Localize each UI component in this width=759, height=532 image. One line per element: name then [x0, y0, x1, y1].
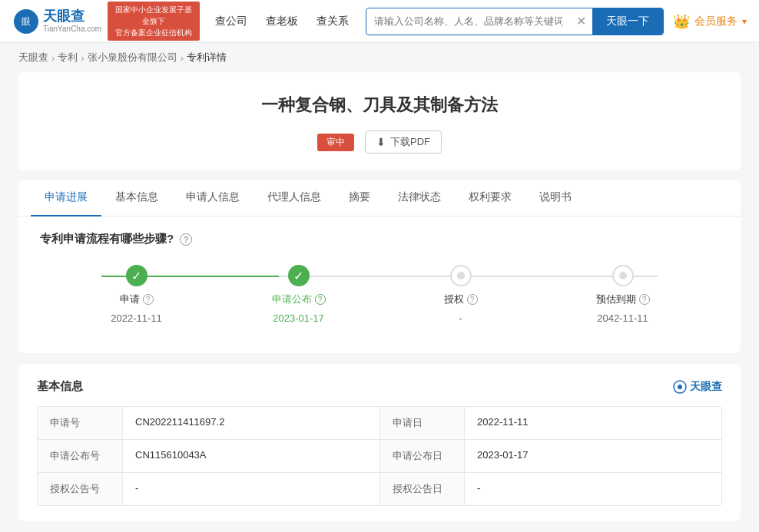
- timeline-step-2: ✓ 申请公布 ? 2023-01-17: [217, 265, 380, 324]
- cell-value-app-date: 2022-11-11: [464, 407, 721, 439]
- timeline-date-4: 2042-11-11: [597, 312, 648, 324]
- patent-actions: 审中 ⬇ 下载PDF: [37, 131, 722, 154]
- cell-label-grant-num: 授权公告号: [38, 473, 122, 505]
- official-badge: 国家中小企业发展子基金旗下 官方备案企业征信机构: [108, 2, 200, 41]
- search-bar: ✕ 天眼一下: [366, 8, 664, 35]
- cell-label-app-num: 申请号: [38, 407, 122, 439]
- info-table: 申请号 CN202211411697.2 申请日 2022-11-11 申请公布…: [37, 406, 722, 506]
- tab-basic-info[interactable]: 基本信息: [101, 180, 172, 216]
- timeline-node-1: ✓: [126, 265, 147, 286]
- member-service[interactable]: 👑 会员服务 ▾: [673, 13, 747, 30]
- svg-text:眼: 眼: [22, 16, 31, 27]
- search-button[interactable]: 天眼一下: [592, 8, 663, 35]
- download-icon: ⬇: [376, 136, 386, 148]
- logo-text: 天眼查 TianYanCha.com: [43, 8, 101, 35]
- timeline: ✓ 申请 ? 2022-11-11 ✓ 申请公布 ?: [40, 265, 719, 332]
- breadcrumb-company[interactable]: 张小泉股份有限公司: [88, 51, 177, 64]
- timeline-step-3: 授权 ? -: [380, 265, 542, 324]
- cell-value-pub-num: CN115610043A: [122, 440, 380, 472]
- patent-title: 一种复合钢、刀具及其制备方法: [37, 94, 722, 117]
- timeline-label-3: 授权 ?: [444, 292, 478, 306]
- help-icon[interactable]: ?: [180, 233, 192, 246]
- logo-area: 眼 天眼查 TianYanCha.com 国家中小企业发展子基金旗下 官方备案企…: [12, 2, 200, 41]
- timeline-date-1: 2022-11-11: [111, 312, 162, 324]
- timeline-node-2: ✓: [288, 265, 310, 286]
- nav-boss[interactable]: 查老板: [266, 15, 298, 28]
- tianyancha-watermark: 天眼查: [673, 380, 722, 394]
- tab-progress[interactable]: 申请进展: [31, 180, 101, 216]
- status-badge: 审中: [317, 134, 354, 151]
- timeline-step-4: 预估到期 ? 2042-11-11: [542, 265, 704, 324]
- breadcrumb-sep-2: ›: [81, 52, 84, 64]
- help-icon-3[interactable]: ?: [467, 294, 478, 305]
- tianyancha-logo-icon: [673, 380, 687, 394]
- timeline-label-4: 预估到期 ?: [596, 292, 650, 306]
- tab-legal-status[interactable]: 法律状态: [384, 180, 455, 216]
- help-icon-4[interactable]: ?: [639, 294, 650, 305]
- table-row: 申请号 CN202211411697.2 申请日 2022-11-11: [38, 407, 721, 440]
- timeline-date-2: 2023-01-17: [273, 312, 324, 324]
- basic-info-title: 基本信息: [37, 379, 83, 394]
- basic-info-header: 基本信息 天眼查: [37, 379, 722, 394]
- cell-label-pub-num: 申请公布号: [38, 440, 122, 472]
- breadcrumb: 天眼查 › 专利 › 张小泉股份有限公司 › 专利详情: [0, 43, 759, 72]
- timeline-node-4: [612, 265, 634, 286]
- table-row: 申请公布号 CN115610043A 申请公布日 2023-01-17: [38, 440, 721, 473]
- member-icon: 👑: [673, 13, 690, 30]
- basic-info-section: 基本信息 天眼查 申请号 CN202211411697.2 申请日 2022-1…: [18, 364, 741, 521]
- tab-description[interactable]: 说明书: [525, 180, 585, 216]
- timeline-node-3: [450, 265, 472, 286]
- timeline-label-2: 申请公布 ?: [272, 292, 326, 306]
- nav-relation[interactable]: 查关系: [317, 15, 349, 28]
- help-icon-1[interactable]: ?: [143, 294, 154, 305]
- cell-label-app-date: 申请日: [380, 407, 464, 439]
- search-input[interactable]: [366, 10, 570, 32]
- chevron-down-icon: ▾: [742, 16, 747, 27]
- tab-abstract[interactable]: 摘要: [335, 180, 384, 216]
- breadcrumb-sep-1: ›: [51, 52, 55, 64]
- patent-title-card: 一种复合钢、刀具及其制备方法 审中 ⬇ 下载PDF: [18, 72, 741, 170]
- timeline-date-3: -: [459, 312, 462, 324]
- timeline-step-1: ✓ 申请 ? 2022-11-11: [55, 265, 217, 324]
- cell-value-grant-date: -: [464, 473, 721, 505]
- breadcrumb-current: 专利详情: [187, 51, 227, 64]
- table-row: 授权公告号 - 授权公告日 -: [38, 473, 721, 505]
- breadcrumb-sep-3: ›: [181, 52, 184, 64]
- cell-label-pub-date: 申请公布日: [380, 440, 464, 472]
- logo[interactable]: 眼 天眼查 TianYanCha.com: [12, 8, 101, 35]
- cell-value-app-num: CN202211411697.2: [122, 407, 380, 439]
- tab-applicant[interactable]: 申请人信息: [172, 180, 254, 216]
- tabs-header: 申请进展 基本信息 申请人信息 代理人信息 摘要 法律状态 权利要求 说明书: [18, 180, 741, 216]
- tab-content-progress: 专利申请流程有哪些步骤? ? ✓ 申请 ? 20: [18, 216, 741, 353]
- svg-point-3: [678, 385, 682, 389]
- header: 眼 天眼查 TianYanCha.com 国家中小企业发展子基金旗下 官方备案企…: [0, 0, 759, 43]
- logo-icon: 眼: [12, 8, 40, 35]
- breadcrumb-patent[interactable]: 专利: [58, 51, 78, 64]
- progress-section-title: 专利申请流程有哪些步骤? ?: [40, 232, 719, 246]
- cell-value-grant-num: -: [122, 473, 380, 505]
- timeline-label-1: 申请 ?: [120, 292, 154, 306]
- cell-label-grant-date: 授权公告日: [380, 473, 464, 505]
- breadcrumb-home[interactable]: 天眼查: [18, 51, 48, 64]
- help-icon-2[interactable]: ?: [315, 294, 326, 305]
- nav-company[interactable]: 查公司: [215, 15, 247, 28]
- tabs-card: 申请进展 基本信息 申请人信息 代理人信息 摘要 法律状态 权利要求 说明书 专…: [18, 180, 741, 353]
- cell-value-pub-date: 2023-01-17: [464, 440, 721, 472]
- main-content: 一种复合钢、刀具及其制备方法 审中 ⬇ 下载PDF 申请进展 基本信息 申请人信…: [0, 72, 759, 532]
- tab-claims[interactable]: 权利要求: [455, 180, 525, 216]
- timeline-items: ✓ 申请 ? 2022-11-11 ✓ 申请公布 ?: [55, 265, 704, 324]
- download-pdf-button[interactable]: ⬇ 下载PDF: [365, 131, 442, 154]
- tab-agent[interactable]: 代理人信息: [254, 180, 335, 216]
- nav-links: 查公司 查老板 查关系: [215, 15, 349, 28]
- search-clear-icon[interactable]: ✕: [570, 14, 592, 28]
